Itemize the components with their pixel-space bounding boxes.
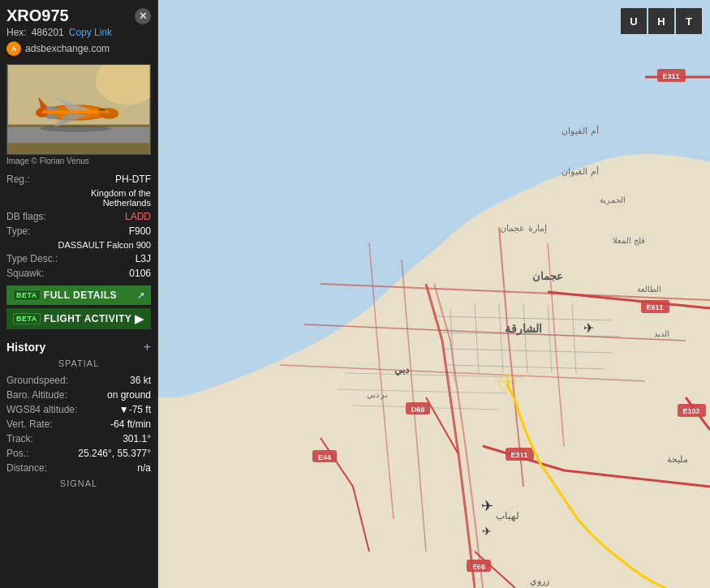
db-flags-label: DB flags: xyxy=(6,211,46,222)
type-desc-value: L3J xyxy=(136,253,151,264)
svg-text:إمارة عجمان: إمارة عجمان xyxy=(500,223,546,234)
track-value: 301.1° xyxy=(123,433,151,444)
vert-rate-value: -64 ft/min xyxy=(110,418,151,430)
svg-text:أم القيوان: أم القيوان xyxy=(562,165,598,177)
adsbex-icon: A xyxy=(6,41,21,56)
copy-link[interactable]: Copy Link xyxy=(69,27,112,38)
panel-header: XRO975 ✕ Hex: 486201 Copy Link A adsbexc… xyxy=(0,0,157,64)
svg-text:لهباب: لهباب xyxy=(496,510,519,521)
svg-text:E611: E611 xyxy=(646,303,663,311)
svg-text:الطالعة: الطالعة xyxy=(637,285,661,294)
u-button[interactable]: U xyxy=(621,8,647,34)
wgs84-label: WGS84 altitude: xyxy=(6,404,77,415)
close-button[interactable]: ✕ xyxy=(135,8,151,24)
type-label: Type: xyxy=(6,225,30,237)
type-value: F900 xyxy=(129,225,151,237)
map-controls: U H T xyxy=(621,8,702,34)
wgs84-value: ▼-75 ft xyxy=(119,404,151,415)
svg-rect-14 xyxy=(42,110,110,114)
map-area[interactable]: E311 E611 E102 D68 E311 E44 E66 xyxy=(158,0,710,588)
signal-label: SIGNAL xyxy=(0,477,157,491)
groundspeed-value: 36 kt xyxy=(130,375,151,386)
svg-text:الشارقة: الشارقة xyxy=(505,322,542,336)
db-flags-value[interactable]: LADD xyxy=(125,211,151,222)
svg-text:بر دبي: بر دبي xyxy=(367,390,389,400)
svg-text:E44: E44 xyxy=(318,453,331,461)
t-button[interactable]: T xyxy=(676,8,702,34)
svg-rect-17 xyxy=(158,397,710,588)
svg-point-15 xyxy=(40,126,111,132)
full-details-button[interactable]: BETA FULL DETAILS ↗ xyxy=(6,285,151,305)
track-label: Track: xyxy=(6,433,33,444)
arrow-icon: ▶ xyxy=(135,312,144,325)
svg-text:✈: ✈ xyxy=(583,321,594,335)
pos-label: Pos.: xyxy=(6,448,28,459)
reg-label: Reg.: xyxy=(6,174,30,185)
groundspeed-label: Groundspeed: xyxy=(6,375,68,386)
history-add-button[interactable]: + xyxy=(144,341,151,354)
vert-rate-label: Vert. Rate: xyxy=(6,418,53,430)
svg-text:E311: E311 xyxy=(662,72,679,80)
squawk-label: Squawk: xyxy=(6,268,44,279)
type-desc-label: Type Desc.: xyxy=(6,253,58,264)
image-credit: Image © Florian Venus xyxy=(0,157,157,170)
history-section: History + xyxy=(0,336,157,357)
reg-value: PH-DTF xyxy=(115,174,151,185)
distance-value: n/a xyxy=(137,462,151,474)
distance-label: Distance: xyxy=(6,462,47,474)
svg-text:E66: E66 xyxy=(472,563,485,571)
beta-badge-details: BETA xyxy=(13,290,41,301)
baro-alt-value: on ground xyxy=(107,389,151,401)
svg-text:زروي: زروي xyxy=(530,576,549,586)
map-svg: E311 E611 E102 D68 E311 E44 E66 xyxy=(158,0,710,588)
svg-text:فلج المعلا: فلج المعلا xyxy=(613,236,645,246)
spatial-data: Groundspeed: 36 kt Baro. Altitude: on gr… xyxy=(0,371,157,477)
button-section: BETA FULL DETAILS ↗ BETA FLIGHT ACTIVITY… xyxy=(0,282,157,336)
flight-activity-button[interactable]: BETA FLIGHT ACTIVITY ▶ xyxy=(6,308,151,329)
svg-text:✈: ✈ xyxy=(502,376,513,389)
svg-text:E102: E102 xyxy=(682,407,699,415)
svg-point-12 xyxy=(45,114,58,119)
external-link-icon: ↗ xyxy=(137,290,145,301)
svg-text:D68: D68 xyxy=(411,406,425,414)
callsign: XRO975 xyxy=(6,6,69,25)
svg-text:مليحة: مليحة xyxy=(667,454,688,464)
svg-text:الديد: الديد xyxy=(654,329,669,338)
squawk-value: 0106 xyxy=(129,268,151,279)
svg-text:✈: ✈ xyxy=(482,525,492,538)
left-panel: XRO975 ✕ Hex: 486201 Copy Link A adsbexc… xyxy=(0,0,158,588)
svg-text:أم القيوان: أم القيوان xyxy=(562,125,598,136)
flight-activity-label: FLIGHT ACTIVITY xyxy=(44,313,131,324)
pos-value: 25.246°, 55.377° xyxy=(78,448,151,459)
svg-text:عجمان: عجمان xyxy=(532,270,563,282)
beta-badge-activity: BETA xyxy=(13,313,41,324)
full-details-label: FULL DETAILS xyxy=(44,290,117,301)
baro-alt-label: Baro. Altitude: xyxy=(6,389,67,401)
country-value: Kingdom of theNetherlands xyxy=(91,188,151,208)
svg-text:دبي: دبي xyxy=(394,364,410,376)
h-button[interactable]: H xyxy=(648,8,674,34)
svg-text:الحمرية: الحمرية xyxy=(600,195,626,205)
svg-text:✈: ✈ xyxy=(481,498,493,514)
type-full: DASSAULT Falcon 900 xyxy=(58,240,151,250)
aircraft-image xyxy=(6,64,151,155)
spatial-label: SPATIAL xyxy=(0,357,157,371)
hex-label: Hex: xyxy=(6,27,27,38)
hex-value: 486201 xyxy=(32,27,64,38)
adsbex-label: adsbexchange.com xyxy=(25,43,110,54)
history-title: History xyxy=(6,341,45,354)
aircraft-data: Reg.: PH-DTF Kingdom of theNetherlands D… xyxy=(0,170,157,282)
